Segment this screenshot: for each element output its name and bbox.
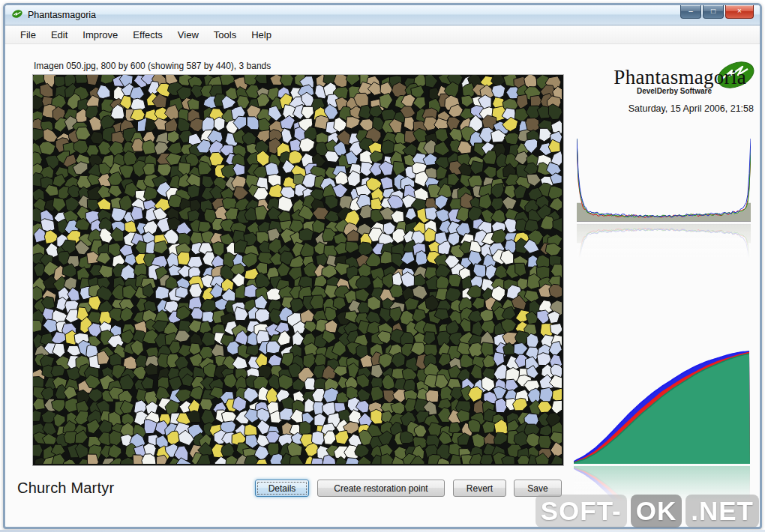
- image-canvas[interactable]: [33, 75, 562, 464]
- cumulative-histogram-chart: [574, 342, 750, 465]
- create-restoration-point-button[interactable]: Create restoration point: [317, 480, 445, 497]
- watermark-part-2: OK: [631, 495, 682, 528]
- menubar: File Edit Improve Effects View Tools Hel…: [5, 25, 760, 44]
- image-preview-frame: [32, 74, 564, 466]
- menu-item-effects[interactable]: Effects: [125, 27, 170, 43]
- menu-item-tools[interactable]: Tools: [206, 27, 244, 43]
- image-info-caption: Imagen 050.jpg, 800 by 600 (showing 587 …: [34, 61, 271, 71]
- menu-item-file[interactable]: File: [13, 27, 44, 43]
- menu-item-help[interactable]: Help: [244, 27, 279, 43]
- close-button[interactable]: ×: [725, 5, 754, 19]
- maximize-button[interactable]: □: [703, 5, 724, 19]
- watermark-part-3: .NET: [686, 495, 759, 528]
- rgb-histogram-chart: [577, 137, 751, 223]
- brand-name: Phantasmagoria: [572, 67, 755, 88]
- brand-logo: Phantasmagoria DevelDerby Software: [572, 67, 755, 107]
- brand-subtitle: DevelDerby Software: [572, 87, 755, 95]
- titlebar[interactable]: Phantasmagoria – □ ×: [5, 5, 760, 25]
- menu-item-view[interactable]: View: [170, 27, 206, 43]
- app-leaf-icon: [11, 7, 23, 22]
- image-title: Church Martyr: [17, 480, 114, 497]
- rgb-histogram-reflection: [577, 223, 751, 258]
- minimize-button[interactable]: –: [680, 5, 701, 19]
- datetime-label: Saturday, 15 April 2006, 21:58: [572, 103, 754, 114]
- site-watermark: SOFT- OK .NET: [536, 495, 759, 528]
- window-controls: – □ ×: [680, 5, 754, 19]
- details-button[interactable]: Details: [255, 480, 309, 497]
- menu-item-edit[interactable]: Edit: [44, 27, 75, 43]
- window-title: Phantasmagoria: [28, 10, 96, 20]
- app-window: Phantasmagoria – □ × File Edit Improve E…: [3, 3, 762, 529]
- menu-item-improve[interactable]: Improve: [75, 27, 125, 43]
- revert-button[interactable]: Revert: [453, 480, 506, 497]
- watermark-part-1: SOFT-: [536, 495, 627, 528]
